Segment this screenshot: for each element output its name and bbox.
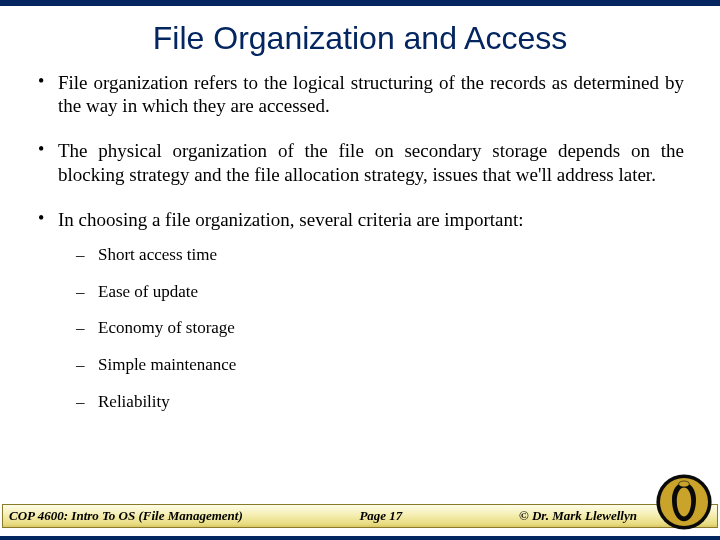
bullet-item: The physical organization of the file on… [36,139,684,185]
sub-bullet-item: Reliability [72,392,684,413]
bullet-list: File organization refers to the logical … [36,71,684,413]
ucf-logo-icon [654,472,714,532]
footer-page: Page 17 [243,508,519,524]
slide-content: File organization refers to the logical … [0,71,720,413]
bullet-item: File organization refers to the logical … [36,71,684,117]
bullet-text: The physical organization of the file on… [58,140,684,184]
footer-bar: COP 4600: Intro To OS (File Management) … [2,504,718,528]
sub-bullet-list: Short access time Ease of update Economy… [58,245,684,413]
sub-bullet-item: Short access time [72,245,684,266]
footer-course: COP 4600: Intro To OS (File Management) [3,508,243,524]
bullet-text: File organization refers to the logical … [58,72,684,116]
slide-title: File Organization and Access [0,20,720,57]
sub-bullet-item: Economy of storage [72,318,684,339]
bullet-item: In choosing a file organization, several… [36,208,684,413]
sub-bullet-item: Simple maintenance [72,355,684,376]
bullet-text: In choosing a file organization, several… [58,209,524,230]
sub-bullet-item: Ease of update [72,282,684,303]
footer: COP 4600: Intro To OS (File Management) … [0,490,720,532]
svg-point-2 [679,481,690,487]
slide: File Organization and Access File organi… [0,0,720,540]
